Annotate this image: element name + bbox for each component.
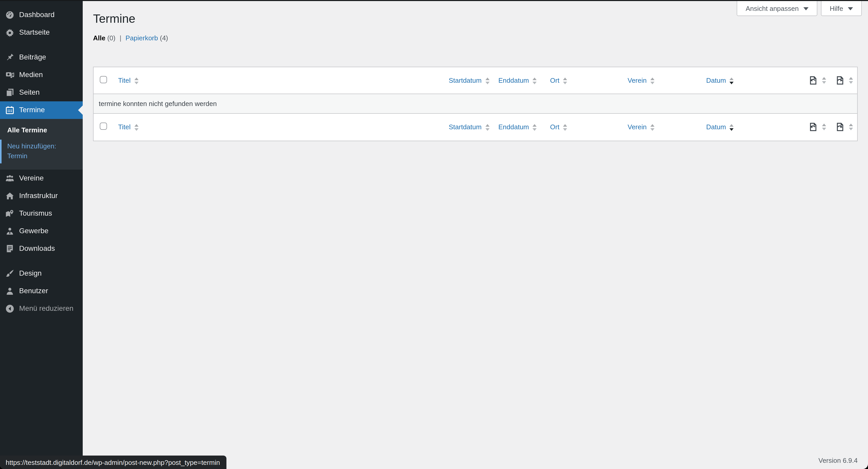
- column-link[interactable]: Ort: [550, 76, 559, 84]
- user-icon: [0, 286, 19, 296]
- collapse-circle-icon: [0, 303, 19, 314]
- active-item-arrow: [78, 105, 83, 115]
- column-link[interactable]: Enddatum: [498, 76, 529, 84]
- column-footer-page-import[interactable]: [803, 114, 830, 141]
- column-header-verein[interactable]: Verein: [623, 67, 702, 94]
- sidebar-item-seiten[interactable]: Seiten: [0, 84, 83, 101]
- column-link[interactable]: Startdatum: [449, 76, 482, 84]
- column-link[interactable]: Titel: [118, 123, 130, 131]
- sidebar-item-beitraege[interactable]: Beiträge: [0, 49, 83, 66]
- sidebar-item-gewerbe[interactable]: Gewerbe: [0, 222, 83, 240]
- sidebar-item-label: Medien: [19, 71, 43, 79]
- submenu-item-neu-hinzufuegen[interactable]: Neu hinzufügen: Termin: [0, 138, 83, 164]
- home-icon: [0, 191, 19, 201]
- sidebar-item-medien[interactable]: Medien: [0, 66, 83, 84]
- sidebar-item-tourismus[interactable]: Tourismus: [0, 205, 83, 222]
- filter-all[interactable]: Alle (0): [93, 34, 116, 42]
- chevron-down-icon: [803, 7, 809, 10]
- column-link[interactable]: Ort: [550, 123, 559, 131]
- table-row: termine konnten nicht gefunden werden: [93, 94, 858, 114]
- column-footer-ort[interactable]: Ort: [546, 114, 623, 141]
- version-label: Version 6.9.4: [818, 457, 858, 464]
- submenu-item-alle-termine[interactable]: Alle Termine: [0, 123, 83, 138]
- sidebar-item-termine[interactable]: Termine: [0, 101, 83, 119]
- sidebar-item-label: Menü reduzieren: [19, 305, 73, 313]
- column-link[interactable]: Verein: [628, 76, 647, 84]
- sort-indicator: [650, 77, 654, 84]
- sidebar-item-label: Gewerbe: [19, 227, 49, 235]
- pages-icon: [0, 87, 19, 98]
- column-link[interactable]: Datum: [706, 76, 726, 84]
- sidebar-item-dashboard[interactable]: Dashboard: [0, 6, 83, 24]
- help-button[interactable]: Hilfe: [821, 1, 862, 16]
- filter-trash-link[interactable]: Papierkorb: [126, 34, 158, 42]
- page-export-icon: [834, 75, 845, 86]
- sidebar-item-label: Dashboard: [19, 11, 55, 19]
- submenu-item-label: Alle Termine: [7, 126, 47, 134]
- paintbrush-icon: [0, 268, 19, 278]
- sort-indicator: [485, 77, 489, 84]
- screen-meta-tabs: Ansicht anpassen Hilfe: [737, 1, 862, 16]
- column-link[interactable]: Datum: [706, 123, 726, 131]
- media-camera-icon: [0, 70, 19, 80]
- main-content: Termine Alle (0) | Papierkorb (4): [83, 1, 868, 469]
- column-header-page-import[interactable]: [803, 67, 830, 94]
- sidebar-item-benutzer[interactable]: Benutzer: [0, 282, 83, 300]
- column-footer-enddatum[interactable]: Enddatum: [494, 114, 546, 141]
- sort-indicator: [134, 77, 138, 84]
- column-footer-datum[interactable]: Datum: [702, 114, 803, 141]
- sidebar-item-label: Downloads: [19, 245, 55, 253]
- column-header-startdatum[interactable]: Startdatum: [444, 67, 494, 94]
- column-footer-titel[interactable]: Titel: [114, 114, 444, 141]
- column-header-ort[interactable]: Ort: [546, 67, 623, 94]
- select-all-checkbox[interactable]: [100, 76, 107, 83]
- sort-indicator: [822, 77, 826, 84]
- table-header: Titel Startdatum Enddatum Ort Verein: [93, 67, 858, 94]
- sort-indicator: [533, 77, 537, 84]
- screen-top-edge: [0, 0, 868, 1]
- sidebar-item-label: Tourismus: [19, 210, 52, 217]
- pushpin-icon: [0, 52, 19, 63]
- sort-indicator: [533, 124, 537, 131]
- column-footer-verein[interactable]: Verein: [623, 114, 702, 141]
- column-header-titel[interactable]: Titel: [114, 67, 444, 94]
- screen-options-button[interactable]: Ansicht anpassen: [737, 1, 817, 16]
- column-header-page-export[interactable]: [830, 67, 858, 94]
- sidebar-item-label: Vereine: [19, 174, 44, 182]
- sidebar-item-design[interactable]: Design: [0, 264, 83, 282]
- column-footer-startdatum[interactable]: Startdatum: [444, 114, 494, 141]
- list-filters: Alle (0) | Papierkorb (4): [93, 34, 858, 42]
- select-all-checkbox-footer[interactable]: [100, 123, 107, 130]
- column-footer-page-export[interactable]: [830, 114, 858, 141]
- termine-list-table: Titel Startdatum Enddatum Ort Verein: [93, 67, 858, 141]
- column-header-datum[interactable]: Datum: [702, 67, 803, 94]
- column-link[interactable]: Verein: [628, 123, 647, 131]
- sidebar-item-menu-collapse[interactable]: Menü reduzieren: [0, 300, 83, 317]
- status-bar-url: https://teststadt.digitaldorf.de/wp-admi…: [6, 459, 220, 466]
- column-link[interactable]: Titel: [118, 76, 130, 84]
- page-import-icon: [807, 122, 818, 133]
- column-link[interactable]: Startdatum: [449, 123, 482, 131]
- browser-status-bar: https://teststadt.digitaldorf.de/wp-admi…: [0, 456, 227, 469]
- sort-indicator: [563, 77, 567, 84]
- sort-indicator: [563, 124, 567, 131]
- column-header-enddatum[interactable]: Enddatum: [494, 67, 546, 94]
- gear-icon: [0, 27, 19, 38]
- column-link[interactable]: Enddatum: [498, 123, 529, 131]
- help-label: Hilfe: [830, 4, 843, 12]
- sort-indicator: [134, 124, 138, 131]
- sidebar-item-label: Seiten: [19, 89, 39, 97]
- sidebar-item-infrastruktur[interactable]: Infrastruktur: [0, 187, 83, 205]
- wordpress-admin-screen: Dashboard Startseite Beiträge Medien: [0, 0, 868, 469]
- sidebar-item-downloads[interactable]: Downloads: [0, 240, 83, 257]
- filter-trash[interactable]: Papierkorb (4): [126, 34, 168, 42]
- sort-indicator: [650, 124, 654, 131]
- sort-indicator: [849, 124, 853, 131]
- sidebar-item-label: Infrastruktur: [19, 192, 58, 200]
- sidebar-item-startseite[interactable]: Startseite: [0, 24, 83, 41]
- sidebar-item-vereine[interactable]: Vereine: [0, 169, 83, 187]
- map-pin-icon: [0, 208, 19, 218]
- filter-all-count: (0): [107, 34, 116, 42]
- screen-options-label: Ansicht anpassen: [746, 4, 799, 12]
- sidebar-item-label: Termine: [19, 106, 45, 114]
